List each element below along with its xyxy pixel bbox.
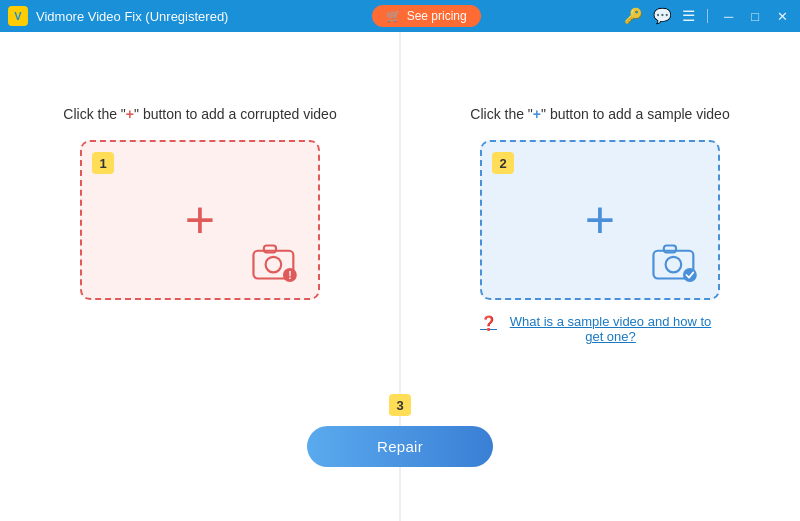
cart-icon: 🛒 xyxy=(386,9,401,23)
left-plus-icon: + xyxy=(185,194,215,246)
svg-point-6 xyxy=(666,257,682,273)
right-plus-highlight: + xyxy=(533,106,541,122)
left-camera-icon-container: ! xyxy=(250,242,302,286)
right-drop-zone[interactable]: 2 + xyxy=(480,140,720,300)
svg-rect-7 xyxy=(664,246,676,253)
main-content: Click the "+" button to add a corrupted … xyxy=(0,32,800,521)
left-drop-zone[interactable]: 1 + ! xyxy=(80,140,320,300)
svg-text:!: ! xyxy=(288,270,291,281)
repair-button[interactable]: Repair xyxy=(307,426,493,467)
titlebar: V Vidmore Video Fix (Unregistered) 🛒 See… xyxy=(0,0,800,32)
right-badge: 2 xyxy=(492,152,514,174)
see-pricing-button[interactable]: 🛒 See pricing xyxy=(372,5,481,27)
help-text: What is a sample video and how to get on… xyxy=(501,314,720,344)
left-plus-highlight: + xyxy=(126,106,134,122)
left-instruction: Click the "+" button to add a corrupted … xyxy=(63,106,336,122)
left-badge: 1 xyxy=(92,152,114,174)
right-instruction: Click the "+" button to add a sample vid… xyxy=(470,106,729,122)
panel-right: Click the "+" button to add a sample vid… xyxy=(400,86,800,364)
right-plus-icon: + xyxy=(585,194,615,246)
titlebar-divider xyxy=(707,9,708,23)
repair-badge: 3 xyxy=(389,394,411,416)
repair-section: 3 Repair xyxy=(307,394,493,467)
right-camera-icon-container xyxy=(650,242,702,286)
minimize-button[interactable]: ─ xyxy=(720,9,737,24)
help-question-icon: ❓ xyxy=(480,315,497,331)
app-logo: V xyxy=(8,6,28,26)
titlebar-left: V Vidmore Video Fix (Unregistered) xyxy=(8,6,228,26)
svg-rect-2 xyxy=(264,246,276,253)
sample-camera-icon xyxy=(650,242,702,282)
maximize-button[interactable]: □ xyxy=(747,9,763,24)
chat-icon[interactable]: 💬 xyxy=(653,7,672,25)
svg-point-8 xyxy=(683,268,697,282)
corrupted-camera-icon: ! xyxy=(250,242,302,282)
panel-left: Click the "+" button to add a corrupted … xyxy=(0,86,400,364)
titlebar-icons: 🔑 💬 ☰ ─ □ ✕ xyxy=(624,7,792,25)
close-button[interactable]: ✕ xyxy=(773,9,792,24)
help-link[interactable]: ❓ What is a sample video and how to get … xyxy=(480,314,720,344)
logo-text: V xyxy=(14,10,21,22)
see-pricing-label: See pricing xyxy=(407,9,467,23)
svg-point-1 xyxy=(266,257,282,273)
app-title: Vidmore Video Fix (Unregistered) xyxy=(36,9,228,24)
key-icon[interactable]: 🔑 xyxy=(624,7,643,25)
menu-icon[interactable]: ☰ xyxy=(682,7,695,25)
titlebar-center: 🛒 See pricing xyxy=(372,5,481,27)
